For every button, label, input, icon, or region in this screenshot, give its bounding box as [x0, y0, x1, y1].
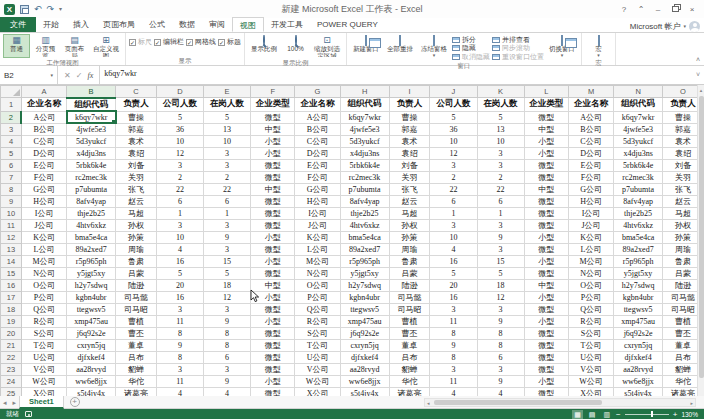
grid-cell-A11[interactable]: J公司 — [21, 219, 66, 231]
zoom-to-selection-button[interactable]: ⊡ 缩放到选定区域 — [311, 34, 343, 58]
grid-cell-G5[interactable]: D公司 — [295, 147, 340, 159]
grid-cell-G16[interactable]: O公司 — [295, 279, 340, 291]
grid-cell-A5[interactable]: D公司 — [21, 147, 66, 159]
column-header-C[interactable]: C — [116, 86, 157, 98]
tab-developer[interactable]: 开发工具 — [264, 17, 310, 32]
grid-cell-B22[interactable]: djfxkef4 — [67, 351, 116, 363]
horizontal-scroll-thumb[interactable] — [434, 400, 602, 405]
grid-cell-F10[interactable]: 微型 — [251, 207, 295, 219]
grid-cell-B11[interactable]: 4htv6xkz — [67, 219, 116, 231]
grid-cell-C2[interactable]: 曹操 — [116, 111, 157, 123]
zoom-button[interactable]: 显示比例 — [248, 34, 280, 58]
grid-cell-C14[interactable]: 鲁肃 — [116, 255, 157, 267]
grid-cell-M3[interactable]: B公司 — [568, 123, 613, 135]
grid-cell-F23[interactable]: 微型 — [251, 363, 295, 375]
new-sheet-button[interactable]: + — [70, 397, 80, 407]
grid-cell-K24[interactable]: 9 — [477, 375, 524, 387]
grid-cell-K6[interactable]: 3 — [477, 159, 524, 171]
grid-cell-N18[interactable]: ttegwsv5 — [614, 303, 663, 315]
grid-cell-B14[interactable]: r5p965ph — [67, 255, 116, 267]
grid-cell-G21[interactable]: T公司 — [295, 339, 340, 351]
grid-cell-B18[interactable]: ttegwsv5 — [67, 303, 116, 315]
status-page-break-icon[interactable]: ▥ — [601, 410, 612, 419]
ribbon-options-button[interactable]: ⌃ — [633, 3, 649, 16]
grid-cell-F20[interactable]: 微型 — [251, 327, 295, 339]
grid-cell-H11[interactable]: 4htv6xkz — [340, 219, 389, 231]
grid-cell-A4[interactable]: C公司 — [21, 135, 66, 147]
column-header-N[interactable]: N — [614, 86, 663, 98]
grid-cell-F7[interactable]: 微型 — [251, 171, 295, 183]
row-header-10[interactable]: 10 — [1, 207, 22, 219]
grid-cell-H19[interactable]: xmp475au — [340, 315, 389, 327]
grid-cell-M21[interactable]: T公司 — [568, 339, 613, 351]
column-header-A[interactable]: A — [21, 86, 66, 98]
grid-cell-G18[interactable]: Q公司 — [295, 303, 340, 315]
grid-cell-I11[interactable]: 孙权 — [389, 219, 430, 231]
row-header-16[interactable]: 16 — [1, 279, 22, 291]
grid-cell-L17[interactable]: 小型 — [524, 291, 568, 303]
grid-cell-F1[interactable]: 企业类型 — [251, 98, 295, 112]
grid-cell-E10[interactable]: 1 — [204, 207, 251, 219]
grid-cell-B16[interactable]: h2y7sdwq — [67, 279, 116, 291]
grid-cell-K20[interactable]: 8 — [477, 327, 524, 339]
grid-cell-D19[interactable]: 11 — [156, 315, 203, 327]
grid-cell-J3[interactable]: 36 — [430, 123, 477, 135]
status-page-layout-icon[interactable]: ▤ — [587, 410, 598, 419]
grid-cell-E6[interactable]: 3 — [204, 159, 251, 171]
grid-cell-L8[interactable]: 中型 — [524, 183, 568, 195]
grid-cell-G2[interactable]: A公司 — [295, 111, 340, 123]
grid-cell-K9[interactable]: 6 — [477, 195, 524, 207]
grid-cell-D2[interactable]: 5 — [156, 111, 203, 123]
grid-cell-L2[interactable]: 微型 — [524, 111, 568, 123]
grid-cell-A16[interactable]: O公司 — [21, 279, 66, 291]
grid-cell-N14[interactable]: r5p965ph — [614, 255, 663, 267]
grid-cell-A17[interactable]: P公司 — [21, 291, 66, 303]
grid-cell-J6[interactable]: 3 — [430, 159, 477, 171]
column-header-L[interactable]: L — [524, 86, 568, 98]
grid-cell-L23[interactable]: 微型 — [524, 363, 568, 375]
grid-cell-G19[interactable]: R公司 — [295, 315, 340, 327]
grid-cell-J4[interactable]: 10 — [430, 135, 477, 147]
grid-cell-N3[interactable]: 4jwfe5e3 — [614, 123, 663, 135]
grid-cell-H1[interactable]: 组织代码 — [340, 98, 389, 112]
grid-cell-B12[interactable]: bma5e4ca — [67, 231, 116, 243]
grid-cell-I25[interactable]: 诸葛亮 — [389, 387, 430, 396]
grid-cell-H3[interactable]: 4jwfe5e3 — [340, 123, 389, 135]
grid-cell-H14[interactable]: r5p965ph — [340, 255, 389, 267]
grid-cell-J12[interactable]: 10 — [430, 231, 477, 243]
grid-cell-D10[interactable]: 1 — [156, 207, 203, 219]
grid-cell-I18[interactable]: 司马昭 — [389, 303, 430, 315]
grid-cell-D5[interactable]: 12 — [156, 147, 203, 159]
grid-cell-J13[interactable]: 4 — [430, 243, 477, 255]
grid-cell-F3[interactable]: 中型 — [251, 123, 295, 135]
row-header-4[interactable]: 4 — [1, 135, 22, 147]
grid-cell-M7[interactable]: F公司 — [568, 171, 613, 183]
grid-cell-K21[interactable]: 8 — [477, 339, 524, 351]
grid-cell-D13[interactable]: 4 — [156, 243, 203, 255]
grid-cell-L5[interactable]: 小型 — [524, 147, 568, 159]
ruler-checkbox[interactable]: ✓ 标尺 — [129, 37, 152, 47]
tab-view[interactable]: 视图 — [232, 17, 264, 32]
grid-cell-B17[interactable]: kgbn4ubr — [67, 291, 116, 303]
grid-cell-L14[interactable]: 小型 — [524, 255, 568, 267]
grid-cell-C20[interactable]: 曹丕 — [116, 327, 157, 339]
tab-page-layout[interactable]: 页面布局 — [96, 17, 142, 32]
grid-cell-L19[interactable]: 小型 — [524, 315, 568, 327]
zoom-level[interactable]: 130% — [681, 411, 698, 418]
grid-cell-B25[interactable]: s5t4jy4x — [67, 387, 116, 396]
grid-cell-C7[interactable]: 关羽 — [116, 171, 157, 183]
grid-cell-A9[interactable]: H公司 — [21, 195, 66, 207]
grid-cell-F9[interactable]: 微型 — [251, 195, 295, 207]
grid-cell-L16[interactable]: 中型 — [524, 279, 568, 291]
grid-cell-N25[interactable]: s5t4jy4x — [614, 387, 663, 396]
grid-cell-J24[interactable]: 11 — [430, 375, 477, 387]
grid-cell-G13[interactable]: L公司 — [295, 243, 340, 255]
normal-view-button[interactable]: ▦ 普通 — [3, 34, 30, 58]
column-header-K[interactable]: K — [477, 86, 524, 98]
grid-cell-J17[interactable]: 16 — [430, 291, 477, 303]
grid-cell-B23[interactable]: aa28rvyd — [67, 363, 116, 375]
grid-cell-E8[interactable]: 22 — [204, 183, 251, 195]
grid-cell-B15[interactable]: y5jgt5xy — [67, 267, 116, 279]
row-header-18[interactable]: 18 — [1, 303, 22, 315]
grid-cell-G17[interactable]: P公司 — [295, 291, 340, 303]
